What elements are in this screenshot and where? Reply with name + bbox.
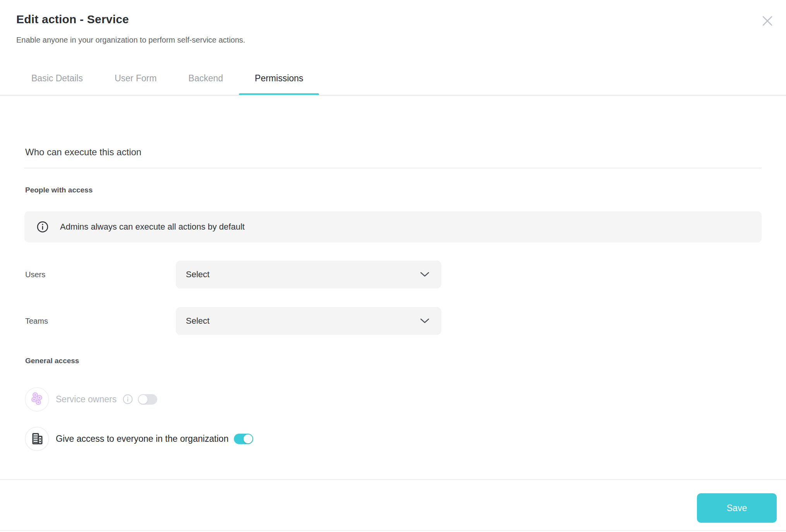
page-title: Edit action - Service bbox=[16, 13, 129, 26]
section-title: Who can execute this action bbox=[25, 147, 141, 158]
service-owners-label: Service owners bbox=[56, 394, 117, 405]
service-owners-row: Service owners bbox=[25, 387, 157, 412]
service-owners-cluster-icon bbox=[31, 392, 44, 407]
users-select-value: Select bbox=[186, 269, 420, 280]
window-bottom-edge bbox=[0, 530, 786, 531]
tab-permissions[interactable]: Permissions bbox=[239, 61, 319, 95]
tab-user-form[interactable]: User Form bbox=[99, 61, 173, 95]
chevron-down-icon bbox=[420, 318, 430, 324]
close-icon bbox=[761, 14, 774, 27]
teams-field-label: Teams bbox=[25, 317, 48, 326]
footer-divider bbox=[0, 479, 786, 480]
info-circle-icon bbox=[37, 221, 48, 233]
people-with-access-label: People with access bbox=[25, 186, 93, 194]
service-owners-info-icon[interactable] bbox=[123, 394, 133, 404]
service-owners-avatar bbox=[25, 387, 49, 412]
everyone-access-label: Give access to everyone in the organizat… bbox=[56, 434, 228, 444]
users-field-label: Users bbox=[25, 270, 45, 279]
organization-building-icon bbox=[29, 431, 45, 446]
everyone-access-row: Give access to everyone in the organizat… bbox=[25, 426, 253, 451]
tabs-divider bbox=[0, 95, 786, 96]
chevron-down-icon bbox=[420, 271, 430, 278]
admins-info-text: Admins always can execute all actions by… bbox=[60, 222, 245, 232]
save-button[interactable]: Save bbox=[697, 493, 777, 523]
modal-subtitle: Enable anyone in your organization to pe… bbox=[16, 36, 245, 45]
users-select-dropdown[interactable]: Select bbox=[176, 261, 441, 288]
general-access-label: General access bbox=[25, 357, 79, 365]
tab-bar: Basic Details User Form Backend Permissi… bbox=[15, 61, 319, 95]
section-divider bbox=[24, 168, 762, 168]
tab-backend[interactable]: Backend bbox=[173, 61, 239, 95]
admins-info-banner: Admins always can execute all actions by… bbox=[24, 211, 762, 242]
organization-avatar bbox=[25, 427, 49, 451]
service-owners-toggle[interactable] bbox=[138, 394, 157, 405]
teams-select-dropdown[interactable]: Select bbox=[176, 307, 441, 335]
tab-basic-details[interactable]: Basic Details bbox=[15, 61, 99, 95]
close-button[interactable] bbox=[759, 12, 776, 29]
everyone-access-toggle[interactable] bbox=[234, 434, 253, 444]
teams-select-value: Select bbox=[186, 316, 420, 326]
